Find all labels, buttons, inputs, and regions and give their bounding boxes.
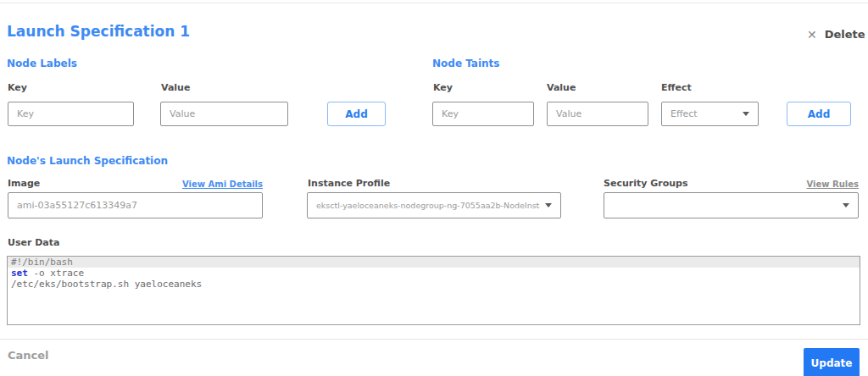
bootstrap-command: /etc/eks/bootstrap.sh yaeloceaneks xyxy=(11,279,202,290)
node-labels-key-label: Key xyxy=(8,82,27,93)
launch-specification-panel: Launch Specification 1 ✕ Delete Node Lab… xyxy=(0,0,868,376)
security-groups-label: Security Groups xyxy=(604,178,687,189)
effect-select-placeholder: Effect xyxy=(670,108,698,119)
code-line-3: /etc/eks/bootstrap.sh yaeloceaneks xyxy=(8,279,860,290)
node-taints-add-button[interactable]: Add xyxy=(787,102,851,126)
node-taints-value-input[interactable] xyxy=(547,102,648,126)
security-groups-select[interactable] xyxy=(604,192,859,218)
node-taints-value-label: Value xyxy=(547,82,576,93)
user-data-editor[interactable]: #!/bin/bash set -o xtrace /etc/eks/boots… xyxy=(7,256,860,325)
cancel-button[interactable]: Cancel xyxy=(8,349,49,362)
chevron-down-icon xyxy=(743,112,749,116)
set-args: -o xtrace xyxy=(28,268,84,279)
image-label-row: Image View Ami Details xyxy=(8,178,263,189)
launch-spec-section-title: Node's Launch Specification xyxy=(7,155,168,167)
chevron-down-icon xyxy=(843,203,849,207)
user-data-label: User Data xyxy=(8,237,59,248)
node-labels-value-label: Value xyxy=(161,82,190,93)
code-line-1: #!/bin/bash xyxy=(8,257,860,268)
node-taints-section-title: Node Taints xyxy=(432,58,499,69)
node-taints-effect-select[interactable]: Effect xyxy=(661,102,759,126)
delete-x-icon: ✕ xyxy=(807,29,817,41)
shebang-comment: #!/bin/bash xyxy=(11,257,73,268)
node-taints-key-input[interactable] xyxy=(432,102,534,126)
delete-button-label: Delete xyxy=(825,28,865,41)
image-input[interactable] xyxy=(8,192,263,218)
node-labels-add-button[interactable]: Add xyxy=(327,102,386,126)
instance-profile-selected-value: eksctl-yaeloceaneks-nodegroup-ng-7055aa2… xyxy=(316,201,540,210)
footer-divider xyxy=(0,339,868,340)
node-labels-value-input[interactable] xyxy=(160,102,288,126)
node-taints-key-label: Key xyxy=(433,82,453,93)
image-label: Image xyxy=(8,178,40,189)
instance-profile-select[interactable]: eksctl-yaeloceaneks-nodegroup-ng-7055aa2… xyxy=(307,192,561,218)
keyword-set: set xyxy=(11,268,28,279)
view-rules-link[interactable]: View Rules xyxy=(807,180,859,189)
node-labels-section-title: Node Labels xyxy=(7,58,77,69)
view-ami-details-link[interactable]: View Ami Details xyxy=(182,180,263,189)
chevron-down-icon xyxy=(545,203,552,207)
code-line-2: set -o xtrace xyxy=(8,268,860,279)
node-taints-effect-label: Effect xyxy=(661,82,692,93)
instance-profile-label: Instance Profile xyxy=(308,178,390,189)
page-title: Launch Specification 1 xyxy=(7,23,190,40)
delete-button[interactable]: ✕ Delete xyxy=(807,28,865,41)
node-labels-key-input[interactable] xyxy=(8,102,134,126)
top-divider xyxy=(0,3,868,3)
update-button[interactable]: Update xyxy=(804,348,860,376)
security-groups-label-row: Security Groups View Rules xyxy=(604,178,859,189)
